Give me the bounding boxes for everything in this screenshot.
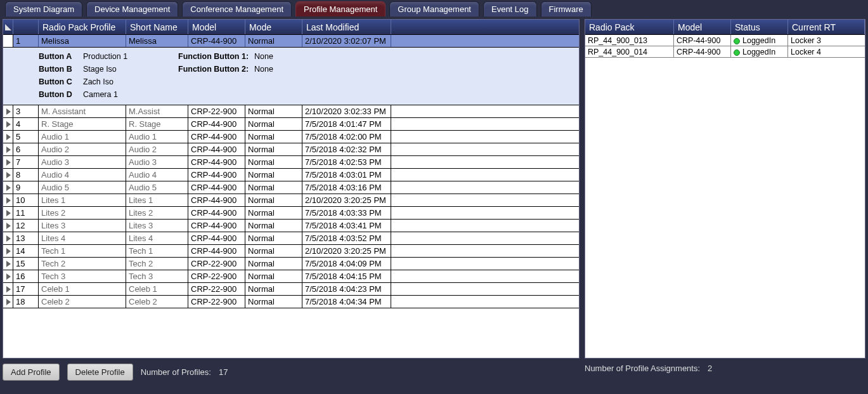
expand-row-icon[interactable] [3,207,13,219]
cell-current-rt: Locker 3 [788,35,865,46]
profile-row[interactable]: 8Audio 4Audio 4CRP-44-900Normal7/5/2018 … [3,169,579,181]
cell-model: CRP-44-900 [188,169,245,181]
col-index[interactable] [13,20,39,34]
assignment-row[interactable]: RP_44_900_014CRP-44-900LoggedInLocker 4 [585,46,865,58]
cell-model: CRP-22-900 [188,283,245,295]
cell-model: CRP-44-900 [188,181,245,194]
col-rp-model[interactable]: Model [674,20,731,34]
profile-row[interactable]: 16Tech 3Tech 3CRP-22-900Normal7/5/2018 4… [3,270,579,283]
profile-row[interactable]: 5Audio 1Audio 1CRP-44-900Normal7/5/2018 … [3,131,579,143]
cell-short: Audio 3 [126,156,188,168]
tab-device-management[interactable]: Device Management [86,1,178,16]
col-date[interactable]: Last Modified [302,20,391,34]
col-status[interactable]: Status [731,20,788,34]
cell-model: CRP-44-900 [188,118,245,130]
assignment-row[interactable]: RP_44_900_013CRP-44-900LoggedInLocker 3 [585,35,865,46]
cell-date: 2/10/2020 3:02:33 PM [302,105,391,117]
col-short[interactable]: Short Name [126,20,188,34]
cell-date: 2/10/2020 3:20:25 PM [302,194,391,206]
expand-all-icon[interactable] [3,20,13,34]
cell-name: Audio 5 [39,181,126,194]
tab-firmware[interactable]: Firmware [541,1,592,16]
profile-row[interactable]: 4R. StageR. StageCRP-44-900Normal7/5/201… [3,118,579,131]
profile-row[interactable]: 3M. AssistantM.AssistCRP-22-900Normal2/1… [3,105,579,118]
cell-date: 7/5/2018 4:04:23 PM [302,283,391,295]
add-profile-button[interactable]: Add Profile [3,364,60,381]
tab-conference-management[interactable]: Conference Management [182,1,292,16]
delete-profile-button[interactable]: Delete Profile [67,364,133,381]
expand-row-icon[interactable] [3,245,13,257]
cell-date: 7/5/2018 4:04:34 PM [302,296,391,308]
expand-row-icon[interactable] [3,181,13,194]
col-radio-pack[interactable]: Radio Pack [585,20,674,34]
svg-marker-5 [6,147,11,153]
profile-row[interactable]: 17Celeb 1Celeb 1CRP-22-900Normal7/5/2018… [3,283,579,296]
cell-short: Lites 4 [126,232,188,244]
cell-mode: Normal [245,296,302,308]
profile-row[interactable]: 6Audio 2Audio 2CRP-44-900Normal7/5/2018 … [3,143,579,156]
cell-name: Celeb 2 [39,296,126,308]
tab-system-diagram[interactable]: System Diagram [5,1,82,16]
col-model[interactable]: Model [188,20,245,34]
cell-mode: Normal [245,169,302,181]
expand-row-icon[interactable] [3,258,13,270]
expand-row-icon[interactable] [3,105,13,117]
profile-row[interactable]: 7Audio 3Audio 3CRP-44-900Normal7/5/2018 … [3,156,579,169]
cell-date: 2/10/2020 3:20:25 PM [302,245,391,257]
cell-mode: Normal [245,194,302,206]
cell-date: 7/5/2018 4:04:15 PM [302,270,391,282]
svg-marker-6 [6,159,11,166]
expand-row-icon[interactable] [3,131,13,143]
cell-name: Audio 2 [39,143,126,155]
profile-row[interactable]: 11Lites 2Lites 2CRP-44-900Normal7/5/2018… [3,207,579,220]
expand-row-icon[interactable] [3,143,13,155]
cell-current-rt: Locker 4 [788,46,865,57]
expand-row-icon[interactable] [3,296,13,308]
tab-profile-management[interactable]: Profile Management [295,1,385,16]
expand-row-icon[interactable] [3,270,13,282]
profile-row[interactable]: 9Audio 5Audio 5CRP-44-900Normal7/5/2018 … [3,181,579,194]
assignments-grid-header: Radio Pack Model Status Current RT [585,20,865,35]
cell-mode: Normal [245,143,302,155]
expand-row-icon[interactable] [3,118,13,130]
cell-rp-model: CRP-44-900 [674,35,731,46]
profile-row[interactable]: 12Lites 3Lites 3CRP-44-900Normal7/5/2018… [3,220,579,232]
tab-event-log[interactable]: Event Log [483,1,537,16]
profile-row[interactable]: 13Lites 4Lites 4CRP-44-900Normal7/5/2018… [3,232,579,245]
expand-row-icon[interactable] [3,232,13,244]
svg-marker-8 [6,185,11,191]
col-current-rt[interactable]: Current RT [788,20,865,34]
profile-row[interactable]: 14Tech 1Tech 1CRP-44-900Normal2/10/2020 … [3,245,579,258]
button-b-value: Stage Iso [83,63,159,76]
cell-date: 7/5/2018 4:03:33 PM [302,207,391,219]
cell-model: CRP-22-900 [188,258,245,270]
expand-row-icon[interactable] [3,156,13,168]
col-name[interactable]: Radio Pack Profile [39,20,126,34]
cell-name: Audio 3 [39,156,126,168]
cell-mode: Normal [245,131,302,143]
profile-row[interactable]: 1MelissaMelissaCRP-44-900Normal2/10/2020… [3,35,579,48]
expand-row-icon[interactable] [3,194,13,206]
expand-row-icon[interactable] [3,169,13,181]
button-d-value: Camera 1 [83,88,159,101]
cell-short: Tech 3 [126,270,188,282]
col-spacer [391,20,579,34]
col-mode[interactable]: Mode [245,20,302,34]
expand-row-icon[interactable] [3,220,13,232]
tab-group-management[interactable]: Group Management [389,1,479,16]
svg-marker-14 [6,261,11,267]
profiles-count-label: Number of Profiles: [141,367,211,377]
expand-row-icon[interactable] [3,283,13,295]
profile-row[interactable]: 18Celeb 2Celeb 2CRP-22-900Normal7/5/2018… [3,296,579,308]
expand-row-icon[interactable] [3,35,13,47]
cell-spacer [391,181,579,194]
cell-mode: Normal [245,207,302,219]
cell-model: CRP-44-900 [188,156,245,168]
profile-row[interactable]: 15Tech 2Tech 2CRP-22-900Normal7/5/2018 4… [3,258,579,270]
cell-name: Celeb 1 [39,283,126,295]
profile-row[interactable]: 10Lites 1Lites 1CRP-44-900Normal2/10/202… [3,194,579,207]
profile-grid: Radio Pack Profile Short Name Model Mode… [3,19,580,358]
cell-spacer [391,258,579,270]
cell-name: Tech 2 [39,258,126,270]
cell-spacer [391,143,579,155]
